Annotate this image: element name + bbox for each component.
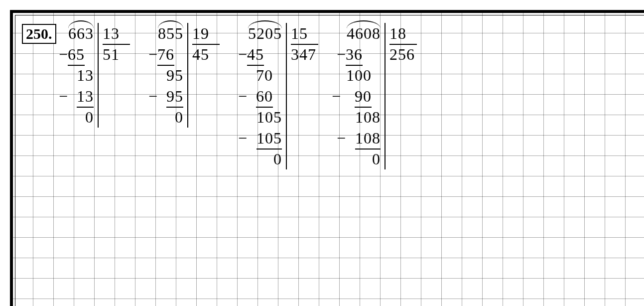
subtraction-step: 36 xyxy=(346,44,363,66)
final-remainder: 0 xyxy=(157,107,183,128)
final-remainder: 0 xyxy=(247,149,282,169)
quotient: 347 xyxy=(291,44,318,65)
partial-remainder: 13 xyxy=(68,65,94,86)
subtraction-step: 90 xyxy=(355,86,372,108)
divisor: 18 xyxy=(389,23,417,45)
divisor-quotient-column: 13 51 xyxy=(99,23,130,65)
subtraction-step: 60 xyxy=(256,86,273,108)
division-work-column: 5205 45 70 60 105 105 0 xyxy=(247,23,287,169)
dividend: 663 xyxy=(68,24,94,42)
divisor-quotient-column: 18 256 xyxy=(386,23,417,65)
subtraction-step: 108 xyxy=(355,128,381,150)
dividend: 5205 xyxy=(248,24,282,42)
subtraction-step: 95 xyxy=(166,86,183,108)
partial-remainder: 95 xyxy=(157,65,183,86)
division-problem-4: 4608 36 100 90 108 108 0 18 256 xyxy=(346,23,417,169)
problem-number-label: 250. xyxy=(22,24,56,44)
subtraction-step: 76 xyxy=(157,44,174,66)
division-work-column: 855 76 95 95 0 xyxy=(157,23,188,128)
division-work-column: 4608 36 100 90 108 108 0 xyxy=(346,23,386,169)
quotient: 256 xyxy=(389,44,417,65)
division-problem-2: 855 76 95 95 0 19 45 xyxy=(157,23,220,169)
divisor: 15 xyxy=(291,23,318,45)
division-work-column: 663 65 13 13 0 xyxy=(68,23,99,128)
partial-remainder: 108 xyxy=(346,107,381,128)
final-remainder: 0 xyxy=(346,149,381,169)
worksheet-page: 250. 663 65 13 13 0 13 51 855 76 95 95 xyxy=(10,10,644,306)
dividend: 855 xyxy=(158,24,183,42)
dividend: 4608 xyxy=(347,24,381,42)
subtraction-step: 13 xyxy=(77,86,94,108)
divisor-quotient-column: 19 45 xyxy=(188,23,220,65)
divisor: 13 xyxy=(103,23,130,45)
problems-row: 663 65 13 13 0 13 51 855 76 95 95 0 19 xyxy=(68,23,641,169)
division-problem-1: 663 65 13 13 0 13 51 xyxy=(68,23,130,169)
partial-remainder: 70 xyxy=(256,66,273,84)
subtraction-step: 65 xyxy=(68,44,85,66)
subtraction-step: 45 xyxy=(247,44,264,66)
partial-remainder: 100 xyxy=(346,66,372,84)
quotient: 51 xyxy=(103,44,130,65)
final-remainder: 0 xyxy=(68,107,94,128)
subtraction-step: 105 xyxy=(257,128,282,150)
division-problem-3: 5205 45 70 60 105 105 0 15 347 xyxy=(247,23,318,169)
divisor: 19 xyxy=(192,23,220,45)
partial-remainder: 105 xyxy=(247,107,282,128)
quotient: 45 xyxy=(192,44,220,65)
divisor-quotient-column: 15 347 xyxy=(287,23,318,65)
